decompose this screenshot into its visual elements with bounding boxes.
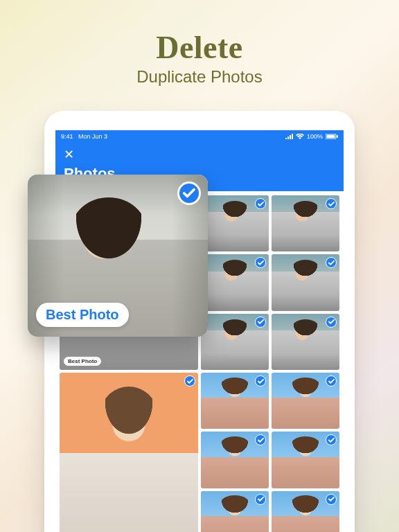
duplicate-column <box>201 373 339 532</box>
svg-rect-1 <box>287 136 289 139</box>
photo-thumbnail[interactable] <box>201 314 269 370</box>
duplicate-column <box>201 195 339 370</box>
select-check-icon[interactable] <box>255 257 266 268</box>
status-bar: 9:41 Mon Jun 3 100% <box>55 130 344 143</box>
select-check-icon[interactable] <box>184 375 195 387</box>
status-time: 9:41 <box>61 133 73 140</box>
battery-percent: 100% <box>307 133 323 140</box>
select-check-icon[interactable] <box>255 494 266 505</box>
photo-thumbnail[interactable] <box>272 254 339 310</box>
photo-thumbnail[interactable] <box>272 373 339 429</box>
battery-icon <box>326 134 338 139</box>
photo-thumbnail[interactable] <box>272 432 339 488</box>
marketing-headline: Delete Duplicate Photos <box>0 0 399 87</box>
status-date: Mon Jun 3 <box>78 133 107 140</box>
status-right: 100% <box>285 133 338 140</box>
photo-group: Best Photo <box>60 373 339 532</box>
close-button[interactable]: ✕ <box>64 148 335 161</box>
status-time-date: 9:41 Mon Jun 3 <box>61 133 107 140</box>
select-check-icon[interactable] <box>326 317 337 328</box>
feature-best-photo-card: Best Photo <box>28 175 208 337</box>
svg-rect-0 <box>285 138 287 139</box>
photo-thumbnail[interactable] <box>201 491 269 532</box>
photo-thumbnail[interactable] <box>201 373 269 429</box>
wifi-icon <box>296 134 304 139</box>
select-check-icon[interactable] <box>255 198 266 209</box>
select-check-icon[interactable] <box>326 198 337 209</box>
headline-title: Delete <box>0 29 399 66</box>
select-check-icon[interactable] <box>255 434 266 445</box>
svg-rect-5 <box>327 135 335 139</box>
photo-thumbnail[interactable] <box>201 195 269 251</box>
select-check-icon[interactable] <box>255 317 266 328</box>
svg-rect-2 <box>290 135 291 139</box>
photo-thumbnail-best[interactable]: Best Photo <box>60 373 198 532</box>
svg-rect-6 <box>337 135 338 138</box>
select-check-icon[interactable] <box>326 375 337 387</box>
best-photo-badge: Best Photo <box>64 357 101 366</box>
close-icon: ✕ <box>64 148 74 161</box>
svg-rect-3 <box>292 134 293 139</box>
photo-thumbnail[interactable] <box>272 314 339 370</box>
best-photo-badge: Best Photo <box>36 303 129 327</box>
photo-thumbnail[interactable] <box>201 432 269 488</box>
photo-thumbnail[interactable] <box>272 195 339 251</box>
select-check-icon[interactable] <box>326 494 337 505</box>
headline-subtitle: Duplicate Photos <box>0 67 399 87</box>
select-check-icon[interactable] <box>177 181 201 205</box>
select-check-icon[interactable] <box>326 257 337 268</box>
select-check-icon[interactable] <box>326 434 337 445</box>
select-check-icon[interactable] <box>255 375 266 387</box>
photo-thumbnail[interactable] <box>201 254 269 310</box>
signal-icon <box>285 134 293 139</box>
photo-thumbnail[interactable] <box>272 491 339 532</box>
